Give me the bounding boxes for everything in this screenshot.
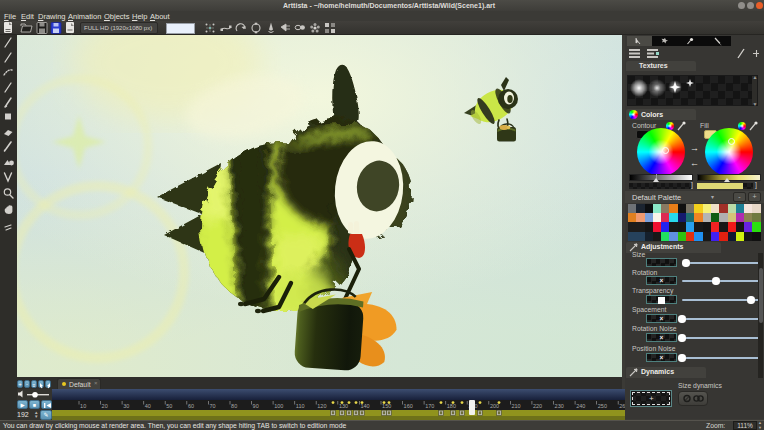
svg-text:80: 80 <box>231 403 237 409</box>
svg-text:180: 180 <box>447 403 456 409</box>
svg-text:120: 120 <box>317 403 326 409</box>
svg-text:230: 230 <box>555 403 564 409</box>
svg-text:70: 70 <box>210 403 216 409</box>
svg-text:130: 130 <box>339 403 348 409</box>
svg-text:10: 10 <box>80 403 86 409</box>
svg-text:110: 110 <box>296 403 305 409</box>
svg-text:240: 240 <box>576 403 585 409</box>
svg-text:260: 260 <box>619 403 625 409</box>
svg-text:100: 100 <box>274 403 283 409</box>
svg-text:20: 20 <box>102 403 108 409</box>
svg-text:50: 50 <box>166 403 172 409</box>
svg-text:210: 210 <box>512 403 521 409</box>
svg-text:250: 250 <box>598 403 607 409</box>
svg-text:60: 60 <box>188 403 194 409</box>
svg-text:30: 30 <box>123 403 129 409</box>
svg-text:220: 220 <box>533 403 542 409</box>
svg-text:170: 170 <box>425 403 434 409</box>
svg-text:200: 200 <box>490 403 499 409</box>
svg-text:40: 40 <box>145 403 151 409</box>
svg-text:90: 90 <box>253 403 259 409</box>
svg-text:160: 160 <box>404 403 413 409</box>
